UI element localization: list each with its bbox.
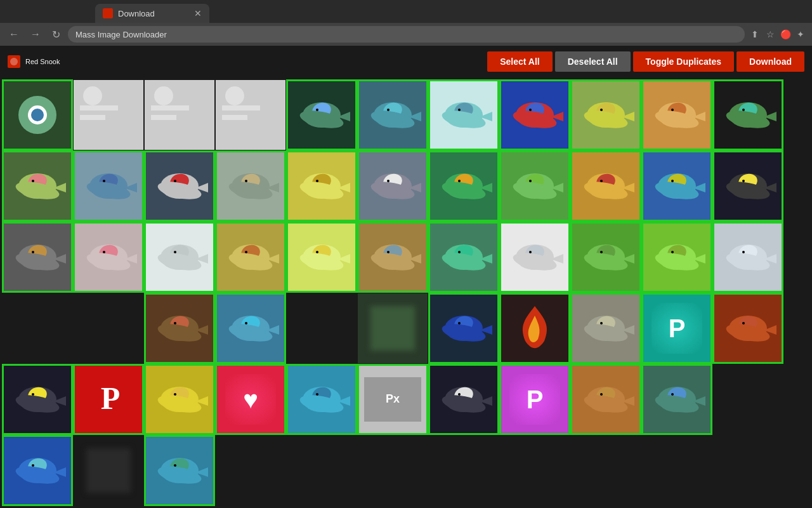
app-logo: Red Snook <box>8 55 60 68</box>
image-cell[interactable] <box>571 151 641 221</box>
bookmark-icon[interactable]: ☆ <box>764 28 776 41</box>
tab-close-button[interactable]: ✕ <box>194 8 202 18</box>
forward-button[interactable]: → <box>27 26 44 43</box>
image-cell[interactable] <box>358 80 428 150</box>
image-cell[interactable] <box>571 80 641 150</box>
image-cell[interactable] <box>3 364 72 434</box>
nav-icons: ⬆ ☆ 🔴 ✦ <box>749 28 807 41</box>
image-cell[interactable] <box>216 80 285 150</box>
image-cell[interactable] <box>287 293 357 363</box>
image-cell[interactable] <box>145 222 214 292</box>
image-cell[interactable] <box>429 364 499 434</box>
image-cell[interactable] <box>642 222 712 292</box>
image-cell[interactable] <box>216 436 285 505</box>
image-cell[interactable] <box>216 151 285 221</box>
image-cell[interactable] <box>3 293 72 363</box>
image-cell[interactable] <box>713 80 783 150</box>
select-all-button[interactable]: Select All <box>487 51 553 72</box>
image-grid <box>0 77 812 508</box>
image-cell[interactable] <box>74 151 143 221</box>
app-header: Red Snook Select All Deselect All Toggle… <box>0 46 812 77</box>
image-cell[interactable] <box>713 151 783 221</box>
address-bar[interactable] <box>68 26 745 43</box>
image-cell[interactable] <box>429 293 499 363</box>
image-cell[interactable] <box>74 436 143 505</box>
image-cell[interactable] <box>642 364 712 434</box>
image-cell[interactable] <box>3 436 72 505</box>
image-cell[interactable] <box>216 222 285 292</box>
image-cell[interactable] <box>713 364 783 434</box>
image-cell[interactable] <box>145 436 214 505</box>
ext-icon-2[interactable]: ✦ <box>794 28 807 41</box>
image-cell[interactable] <box>500 222 570 292</box>
image-cell[interactable] <box>429 151 499 221</box>
image-cell[interactable] <box>500 293 570 363</box>
image-cell[interactable] <box>216 364 285 434</box>
image-cell[interactable] <box>642 80 712 150</box>
image-cell[interactable] <box>500 364 570 434</box>
toggle-duplicates-button[interactable]: Toggle Duplicates <box>633 51 735 72</box>
ext-icon-1[interactable]: 🔴 <box>779 28 792 41</box>
back-button[interactable]: ← <box>5 26 23 43</box>
image-cell[interactable] <box>713 222 783 292</box>
image-cell[interactable] <box>3 151 72 221</box>
logo-icon <box>8 55 20 68</box>
image-cell[interactable] <box>216 293 285 363</box>
share-icon[interactable]: ⬆ <box>749 28 761 41</box>
svg-point-0 <box>10 58 18 65</box>
image-cell[interactable] <box>145 151 214 221</box>
deselect-all-button[interactable]: Deselect All <box>555 51 631 72</box>
image-cell[interactable] <box>642 293 712 363</box>
image-cell[interactable] <box>429 222 499 292</box>
image-cell[interactable] <box>145 293 214 363</box>
tab-favicon <box>103 8 113 18</box>
image-cell[interactable] <box>74 222 143 292</box>
image-cell[interactable] <box>500 151 570 221</box>
tab-bar: Download ✕ <box>0 0 812 23</box>
image-cell[interactable] <box>571 222 641 292</box>
image-cell[interactable] <box>571 293 641 363</box>
image-cell[interactable] <box>3 222 72 292</box>
nav-bar: ← → ↻ ⬆ ☆ 🔴 ✦ <box>0 23 812 46</box>
browser-tab[interactable]: Download ✕ <box>95 4 209 23</box>
image-cell[interactable] <box>358 222 428 292</box>
logo-label: Red Snook <box>25 58 60 65</box>
image-cell[interactable] <box>287 151 357 221</box>
tab-title: Download <box>118 9 155 18</box>
refresh-button[interactable]: ↻ <box>48 26 64 43</box>
browser-chrome: Download ✕ ← → ↻ ⬆ ☆ 🔴 ✦ <box>0 0 812 46</box>
image-cell[interactable] <box>358 293 428 363</box>
image-cell[interactable] <box>145 80 214 150</box>
image-cell[interactable] <box>287 80 357 150</box>
image-cell[interactable] <box>74 80 143 150</box>
image-cell[interactable] <box>287 364 357 434</box>
image-cell[interactable] <box>500 80 570 150</box>
image-cell[interactable] <box>571 364 641 434</box>
image-cell[interactable] <box>429 80 499 150</box>
image-cell[interactable] <box>145 364 214 434</box>
image-cell[interactable] <box>358 364 428 434</box>
image-cell[interactable] <box>358 151 428 221</box>
image-cell[interactable] <box>642 151 712 221</box>
image-cell[interactable] <box>74 364 143 434</box>
download-button[interactable]: Download <box>737 51 804 72</box>
image-cell[interactable] <box>713 293 783 363</box>
image-cell[interactable] <box>287 222 357 292</box>
image-cell[interactable] <box>3 80 72 150</box>
image-cell[interactable] <box>74 293 143 363</box>
